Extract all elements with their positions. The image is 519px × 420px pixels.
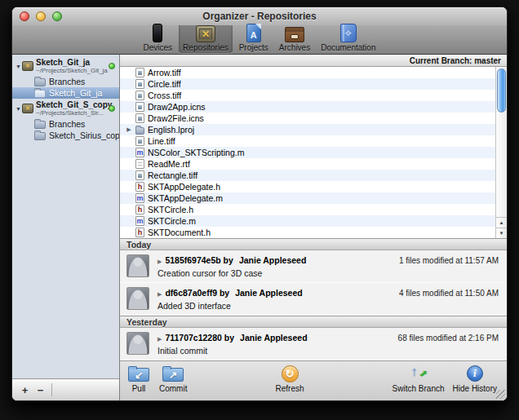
file-name: NSColor_SKTScripting.m [148,148,244,157]
folder-icon [34,132,46,140]
commit-button[interactable]: Commit [159,365,187,393]
toolbar-item[interactable]: Archives [275,21,314,53]
close-button[interactable] [20,11,29,21]
repository-group-header[interactable]: ▼ Sketch_Git_ja ~/Projects/Sketch_Git_ja [12,56,119,76]
commit-row[interactable]: ▶ 711707c12280 by Janie Appleseed 68 fil… [120,328,507,360]
bottom-toolbar: Pull Commit Refresh Swi [120,360,507,400]
commit-disclosure-icon[interactable]: ▶ [157,291,162,298]
repository-path: ~/Projects/Sketch_Sir... [36,109,112,117]
file-name: Draw2App.icns [148,102,206,112]
file-row[interactable]: ▶ NSColor_SKTScripting.m [120,147,507,158]
commit-files-info: 1 files modified at 11:57 AM [399,256,499,265]
history-section-commits: ▶ 5185f6974e5b by Janie Appleseed 1 file… [120,250,507,316]
history-section: Yesterday ▶ 711707c12280 by Janie Apples… [120,316,507,360]
hide-history-button-label: Hide History [453,384,497,393]
commit-history: Today ▶ 5185f6974e5b by Janie Appleseed … [120,238,507,360]
pull-folder-icon [128,368,149,382]
sidebar-item[interactable]: Sketch_Git_ja [12,87,119,99]
file-type-icon [135,91,144,100]
scrollbar-thumb[interactable] [497,69,506,113]
switch-branch-button[interactable]: Switch Branch [393,365,445,393]
file-row[interactable]: ▶ SKTAppDelegate.h [120,181,507,192]
toolbar-item[interactable]: Documentation [317,21,379,53]
toolbar-item-label: Devices [144,43,173,52]
commit-author: Janie Appleseed [235,288,302,298]
file-row[interactable]: ▶ SKTDocument.h [120,227,507,238]
commit-files-info: 68 files modified at 2:16 PM [398,334,499,343]
repository-group: ▼ Sketch_Git_ja ~/Projects/Sketch_Git_ja… [12,56,119,99]
commit-message: Initial commit [157,346,207,356]
repository-group-header[interactable]: ▼ Sketch_Git_S_copy ~/Projects/Sketch_Si… [12,99,119,118]
toolbar-item[interactable]: Repositories [179,21,233,53]
file-disclosure-icon[interactable]: ▶ [126,126,132,133]
commit-row[interactable]: ▶ 5185f6974e5b by Janie Appleseed 1 file… [120,250,507,283]
file-row[interactable]: ▶ Line.tiff [120,135,507,147]
file-row[interactable]: ▶ SKTAppDelegate.m [120,192,507,204]
toolbar-item[interactable]: Devices [140,21,177,53]
refresh-button[interactable]: Refresh [276,365,304,393]
file-type-icon [135,228,144,237]
add-repository-button[interactable]: + [17,379,33,400]
sidebar-item-label: Sketch_Sirius_copy [49,130,119,140]
file-row[interactable]: ▶ Cross.tiff [120,90,507,101]
switch-branch-icon [410,365,428,382]
commit-button-label: Commit [159,384,187,393]
scroll-down-button[interactable]: ▼ [496,228,507,238]
file-row[interactable]: ▶ SKTCircle.h [120,204,507,215]
file-name: Draw2File.icns [148,113,204,123]
file-row[interactable]: ▶ Draw2App.icns [120,101,507,113]
file-row[interactable]: ▶ Draw2File.icns [120,113,507,124]
file-name: SKTCircle.h [148,205,193,214]
bottom-toolbar-right-group: Switch Branch Hide History [393,365,500,393]
file-row[interactable]: ▶ Arrow.tiff [120,67,507,78]
history-section-header: Today [120,238,507,250]
scroll-up-button[interactable]: ▲ [496,217,507,228]
file-name: Rectangle.tiff [148,170,197,180]
commit-row[interactable]: ▶ df6c87a0eff9 by Janie Appleseed 4 file… [120,283,507,316]
commit-disclosure-icon[interactable]: ▶ [157,259,162,265]
file-name: Circle.tiff [148,79,181,89]
bottom-toolbar-left-group: Pull Commit [128,365,187,393]
commit-disclosure-icon[interactable]: ▶ [157,336,162,343]
titlebar[interactable]: Organizer - Repositories [12,7,507,25]
commit-author: Janie Appleseed [239,255,306,265]
file-row[interactable]: ▶ English.lproj [120,124,507,135]
hide-history-button[interactable]: Hide History [453,365,497,393]
sidebar-item[interactable]: Sketch_Sirius_copy [12,130,119,141]
file-type-icon [135,127,144,135]
branch-glyph [35,122,45,128]
sidebar-item-label: Branches [49,119,85,129]
history-section-header: Yesterday [120,316,507,328]
sidebar-item[interactable]: Branches [12,118,119,130]
file-list-scrollbar[interactable]: ▲ ▼ [495,67,507,238]
file-row[interactable]: ▶ SKTCircle.m [120,215,507,227]
content-area: ▼ Sketch_Git_ja ~/Projects/Sketch_Git_ja… [12,55,507,400]
current-branch-label: Current Branch: master [410,56,501,65]
sidebar: ▼ Sketch_Git_ja ~/Projects/Sketch_Git_ja… [12,55,120,400]
commit-message: Added 3D interface [157,301,231,311]
file-name: English.lproj [148,125,194,135]
minimize-button[interactable] [36,11,46,21]
file-type-icon [135,136,144,146]
file-type-icon [135,216,144,226]
history-section-title: Today [126,240,151,250]
window-resize-grip[interactable] [496,390,505,399]
file-row[interactable]: ▶ ReadMe.rtf [120,158,507,170]
file-rows: ▶ Arrow.tiff ▶ Circle.tiff ▶ Cross.tiff … [120,67,507,238]
file-name: SKTAppDelegate.m [148,193,223,203]
window-title: Organizer - Repositories [202,11,316,22]
remove-repository-button[interactable]: − [33,379,48,400]
file-row[interactable]: ▶ Rectangle.tiff [120,170,507,181]
disclosure-triangle-icon[interactable]: ▼ [15,106,22,112]
repository-name: Sketch_Git_ja [36,58,108,67]
sidebar-item[interactable]: Branches [12,76,119,87]
pull-button[interactable]: Pull [128,365,149,393]
file-row[interactable]: ▶ Circle.tiff [120,78,507,90]
repository-group: ▼ Sketch_Git_S_copy ~/Projects/Sketch_Si… [12,99,119,141]
toolbar-item[interactable]: Projects [235,21,273,53]
toolbar-item-icon [285,27,304,42]
status-dot [109,63,115,69]
zoom-button[interactable] [52,11,62,21]
file-name: Line.tiff [148,136,175,146]
disclosure-triangle-icon[interactable]: ▼ [15,64,22,69]
